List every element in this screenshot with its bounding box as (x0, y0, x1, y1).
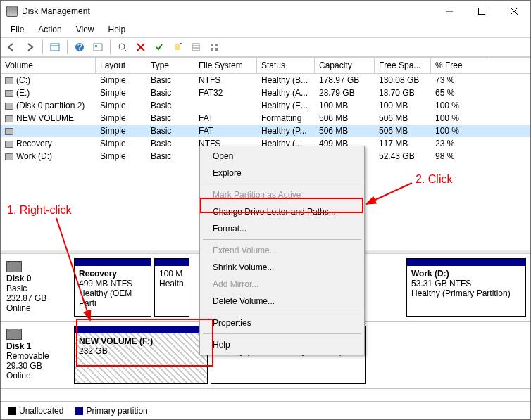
disk-info[interactable]: Disk 0Basic232.87 GBOnline (5, 258, 70, 317)
col-status[interactable]: Status (257, 58, 315, 73)
forward-button[interactable] (22, 39, 39, 55)
partition[interactable]: 100 MHealth (154, 258, 189, 317)
find-button[interactable] (114, 39, 131, 55)
col-type[interactable]: Type (146, 58, 194, 73)
volume-row[interactable]: SimpleBasicFATHealthy (P...506 MB506 MB1… (1, 125, 530, 137)
volume-icon (5, 128, 13, 135)
titlebar: Disk Management (1, 1, 530, 22)
disk-icon (6, 261, 22, 272)
svg-rect-4 (51, 44, 59, 51)
window-title: Disk Management (22, 6, 433, 16)
context-menu: OpenExploreMark Partition as ActiveChang… (199, 146, 365, 355)
menu-file[interactable]: File (5, 23, 30, 36)
partition[interactable]: NEW VOLUME (F:)232 GB (74, 326, 208, 384)
volume-icon (5, 103, 13, 110)
legend: Unallocated Primary partition (1, 401, 530, 419)
svg-rect-19 (211, 44, 213, 46)
minimize-button[interactable] (433, 1, 466, 22)
svg-point-10 (119, 44, 125, 49)
legend-primary: Primary partition (75, 406, 147, 416)
svg-text:?: ? (77, 42, 82, 52)
settings-button[interactable] (89, 39, 106, 55)
volume-row[interactable]: (E:)SimpleBasicFAT32Healthy (A...28.79 G… (1, 87, 530, 99)
svg-rect-9 (95, 45, 97, 47)
svg-rect-22 (215, 48, 218, 51)
menu-item-change-drive-letter-and-paths[interactable]: Change Drive Letter and Paths... (201, 203, 363, 220)
menu-item-open[interactable]: Open (201, 148, 363, 165)
menu-item-help[interactable]: Help (201, 336, 363, 353)
maximize-button[interactable] (466, 1, 498, 22)
volume-row[interactable]: (Disk 0 partition 2)SimpleBasicHealthy (… (1, 99, 530, 112)
separator (110, 40, 111, 54)
col-capacity[interactable]: Capacity (315, 58, 375, 73)
back-button[interactable] (4, 39, 20, 55)
toolbar: ? + (1, 37, 530, 57)
delete-button[interactable] (132, 39, 149, 55)
svg-rect-20 (215, 44, 218, 46)
col-layout[interactable]: Layout (96, 58, 146, 73)
menu-item-mark-partition-as-active: Mark Partition as Active (201, 186, 363, 203)
separator (67, 40, 68, 54)
close-button[interactable] (498, 1, 530, 22)
partition[interactable]: Recovery499 MB NTFSHealthy (OEM Parti (74, 258, 151, 317)
col-free[interactable]: Free Spa... (375, 58, 431, 73)
svg-rect-1 (479, 8, 485, 15)
svg-text:+: + (180, 43, 182, 49)
menu-separator (203, 184, 361, 184)
menu-item-properties[interactable]: Properties (201, 314, 363, 331)
help-button[interactable]: ? (71, 39, 88, 55)
toolbar-view-button[interactable] (46, 39, 63, 55)
check-button[interactable] (151, 39, 168, 55)
new-button[interactable]: + (169, 39, 186, 55)
volume-row[interactable]: (C:)SimpleBasicNTFSHealthy (B...178.97 G… (1, 74, 530, 87)
disk-icon (6, 329, 22, 340)
grid-button[interactable] (206, 39, 223, 55)
volume-icon (5, 153, 13, 160)
col-filesystem[interactable]: File System (194, 58, 257, 73)
svg-line-11 (124, 49, 127, 51)
legend-unallocated: Unallocated (8, 406, 63, 416)
volume-icon (5, 90, 13, 97)
menu-item-extend-volume: Extend Volume... (201, 242, 363, 259)
menu-item-explore[interactable]: Explore (201, 165, 363, 182)
menubar: File Action View Help (1, 22, 530, 37)
menu-action[interactable]: Action (32, 23, 67, 36)
svg-rect-21 (211, 48, 213, 51)
menu-view[interactable]: View (70, 23, 100, 36)
volume-icon (5, 141, 13, 148)
volume-row[interactable]: NEW VOLUMESimpleBasicFATFormatting506 MB… (1, 112, 530, 125)
menu-item-delete-volume[interactable]: Delete Volume... (201, 293, 363, 310)
svg-rect-16 (192, 44, 199, 51)
menu-item-shrink-volume[interactable]: Shrink Volume... (201, 259, 363, 276)
separator (42, 40, 43, 54)
svg-rect-8 (94, 44, 102, 51)
col-volume[interactable]: Volume (1, 58, 96, 73)
menu-item-format[interactable]: Format... (201, 220, 363, 237)
menu-separator (203, 312, 361, 312)
menu-separator (203, 239, 361, 240)
menu-help[interactable]: Help (103, 23, 132, 36)
volume-icon (5, 77, 13, 84)
disk-info[interactable]: Disk 1Removable29.30 GBOnline (5, 326, 70, 384)
volume-header-row: Volume Layout Type File System Status Ca… (1, 58, 530, 74)
list-button[interactable] (187, 39, 204, 55)
menu-separator (203, 333, 361, 334)
col-pctfree[interactable]: % Free (431, 58, 487, 73)
menu-item-add-mirror: Add Mirror... (201, 276, 363, 293)
app-icon (6, 6, 18, 17)
partition[interactable]: Work (D:)53.31 GB NTFSHealthy (Primary P… (406, 258, 526, 317)
volume-icon (5, 115, 13, 122)
